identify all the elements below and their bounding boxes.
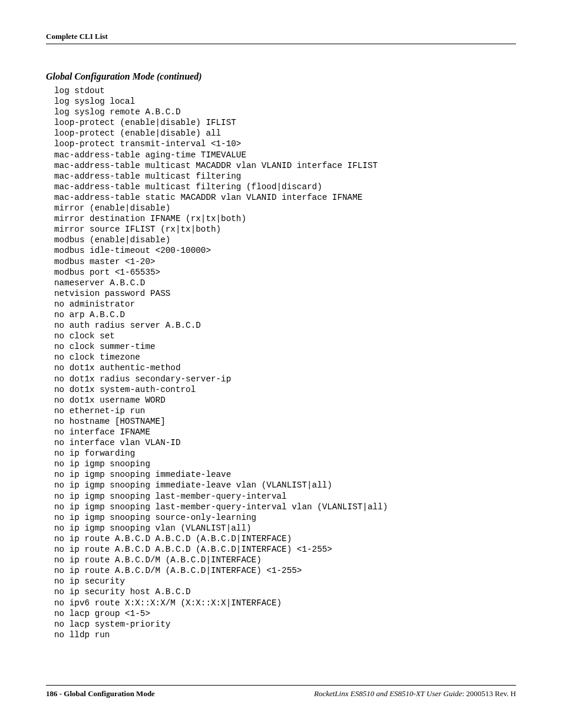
footer-revision: : 2000513 Rev. H: [462, 689, 516, 698]
footer-left: 186 - Global Configuration Mode: [46, 689, 155, 699]
page-container: Complete CLI List Global Configuration M…: [0, 0, 562, 728]
cli-command-list: log stdout log syslog local log syslog r…: [54, 85, 516, 640]
section-title: Global Configuration Mode (continued): [46, 71, 516, 82]
page-header: Complete CLI List: [46, 32, 516, 44]
footer-right: RocketLinx ES8510 and ES8510-XT User Gui…: [314, 689, 516, 699]
header-title: Complete CLI List: [46, 32, 108, 41]
page-footer: 186 - Global Configuration Mode RocketLi…: [46, 685, 516, 699]
footer-guide-title: RocketLinx ES8510 and ES8510-XT User Gui…: [314, 689, 462, 698]
